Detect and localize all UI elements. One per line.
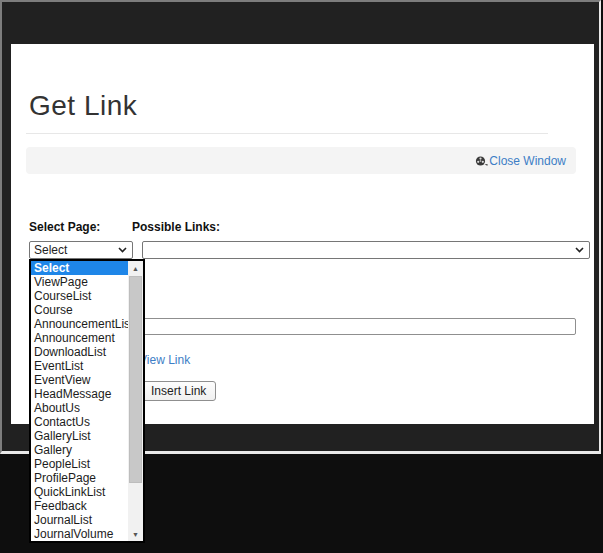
dropdown-option[interactable]: JournalVolume <box>31 527 128 541</box>
dropdown-option[interactable]: Feedback <box>31 499 128 513</box>
dropdown-option[interactable]: PeopleList <box>31 457 128 471</box>
possible-links-dropdown[interactable] <box>142 241 590 259</box>
close-window-icon <box>475 155 488 167</box>
insert-link-button[interactable]: Insert Link <box>141 381 216 401</box>
dropdown-option[interactable]: Gallery <box>31 443 128 457</box>
dropdown-option[interactable]: EventList <box>31 359 128 373</box>
dropdown-scrollbar[interactable]: ▲ ▼ <box>128 261 143 541</box>
browser-frame: Get Link Close Window Select Page: <box>0 0 601 454</box>
close-window-link[interactable]: Close Window <box>475 154 566 168</box>
select-page-value: Select <box>34 243 67 257</box>
dropdown-option[interactable]: HeadMessage <box>31 387 128 401</box>
dropdown-option[interactable]: Select <box>31 261 128 275</box>
select-page-open-list: SelectViewPageCourseListCourseAnnounceme… <box>29 259 145 543</box>
scroll-up-icon[interactable]: ▲ <box>128 261 143 275</box>
select-page-dropdown[interactable]: Select <box>29 241 133 259</box>
scrollbar-thumb[interactable] <box>129 276 142 483</box>
dropdown-option[interactable]: Announcement <box>31 331 128 345</box>
possible-links-label: Possible Links: <box>132 220 220 234</box>
dropdown-option[interactable]: AnnouncementList <box>31 317 128 331</box>
scroll-down-icon[interactable]: ▼ <box>128 527 143 541</box>
dropdown-option[interactable]: AboutUs <box>31 401 128 415</box>
dropdown-option[interactable]: JournalList <box>31 513 128 527</box>
dropdown-option[interactable]: EventView <box>31 373 128 387</box>
dropdown-option[interactable]: ProfilePage <box>31 471 128 485</box>
dropdown-options: SelectViewPageCourseListCourseAnnounceme… <box>31 261 128 541</box>
dropdown-option[interactable]: DownloadList <box>31 345 128 359</box>
toolbar: Close Window <box>26 147 576 174</box>
dropdown-option[interactable]: CourseList <box>31 289 128 303</box>
page-title: Get Link <box>29 90 137 122</box>
select-page-label: Select Page: <box>29 220 100 234</box>
dropdown-option[interactable]: ContactUs <box>31 415 128 429</box>
view-link[interactable]: View Link <box>139 353 190 367</box>
chevron-down-icon <box>575 247 584 253</box>
dropdown-option[interactable]: ViewPage <box>31 275 128 289</box>
close-window-label: Close Window <box>489 154 566 168</box>
dropdown-option[interactable]: GalleryList <box>31 429 128 443</box>
dropdown-option[interactable]: Course <box>31 303 128 317</box>
title-divider <box>26 133 548 134</box>
chevron-down-icon <box>118 247 127 253</box>
dropdown-option[interactable]: QuickLinkList <box>31 485 128 499</box>
